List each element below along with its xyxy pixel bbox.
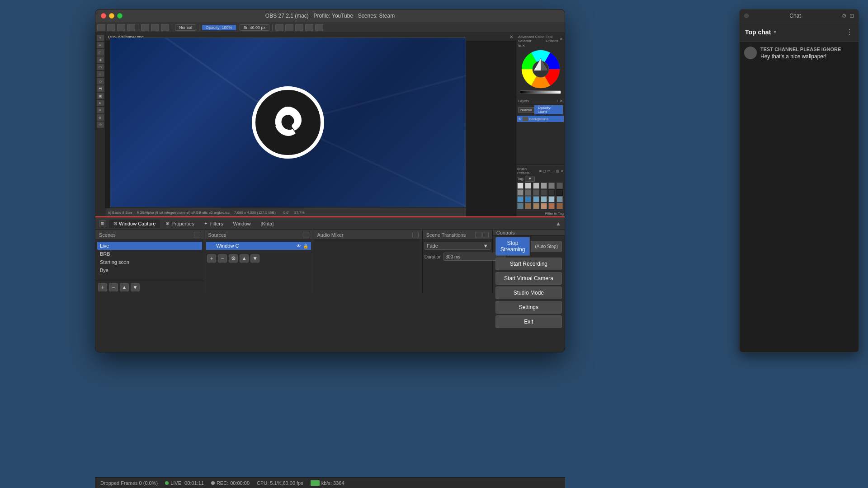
- brush-20[interactable]: [525, 203, 531, 209]
- brush-6[interactable]: [557, 183, 563, 189]
- exit-button[interactable]: Exit: [495, 315, 562, 328]
- brush-tag-selector[interactable]: ▼: [525, 176, 535, 182]
- bp-icon-3[interactable]: ▭: [547, 169, 551, 173]
- source-up-btn[interactable]: ▲: [240, 254, 249, 263]
- tab-filters[interactable]: ✦ Filters: [199, 220, 227, 228]
- rect-tool[interactable]: ▭: [97, 64, 104, 70]
- brush-18[interactable]: [557, 196, 563, 202]
- tb-btn-11[interactable]: [305, 24, 313, 31]
- bp-icon-5[interactable]: ▤: [556, 169, 560, 173]
- brush-14[interactable]: [525, 196, 531, 202]
- brush-16[interactable]: [541, 196, 547, 202]
- layers-close[interactable]: ✕: [560, 99, 563, 103]
- gradient-tool[interactable]: ▣: [97, 93, 104, 99]
- brush-15[interactable]: [533, 196, 539, 202]
- polygon-tool[interactable]: ◇: [97, 78, 104, 84]
- brush-23[interactable]: [548, 203, 555, 209]
- source-settings-btn[interactable]: ⚙: [229, 254, 238, 263]
- start-virtual-camera-button[interactable]: Start Virtual Camera: [495, 272, 562, 285]
- brush-21[interactable]: [533, 203, 539, 209]
- chat-close-btn[interactable]: [744, 14, 749, 18]
- settings-button[interactable]: Settings: [495, 301, 562, 314]
- source-lock-icon[interactable]: 🔒: [303, 244, 308, 249]
- brush-4[interactable]: [541, 183, 547, 189]
- tb-btn-9[interactable]: [285, 24, 293, 31]
- select-tool[interactable]: ◈: [97, 56, 104, 63]
- tab-window-capture[interactable]: ⊡ Window Capture: [109, 220, 160, 228]
- close-file-btn[interactable]: ✕: [509, 34, 513, 39]
- scene-remove-btn[interactable]: −: [109, 283, 118, 291]
- transition-type-selector[interactable]: Fade ▼: [425, 242, 491, 250]
- brush-3[interactable]: [533, 183, 539, 189]
- smudge-tool[interactable]: ≋: [97, 100, 104, 106]
- tb-btn-10[interactable]: [295, 24, 303, 31]
- tb-btn-8[interactable]: [275, 24, 283, 31]
- size-label[interactable]: Br: 40.00 px: [240, 24, 270, 31]
- brush-5[interactable]: [548, 183, 555, 189]
- brush-9[interactable]: [533, 189, 539, 196]
- start-recording-button[interactable]: Start Recording: [495, 258, 562, 270]
- panels-collapse[interactable]: ▲: [556, 221, 561, 227]
- chat-detach-icon[interactable]: ⊡: [849, 13, 854, 19]
- brush-22[interactable]: [541, 203, 547, 209]
- text-tool[interactable]: T: [97, 35, 104, 41]
- source-add-btn[interactable]: +: [207, 254, 216, 263]
- color-panel-icon-2[interactable]: ✕: [522, 44, 525, 48]
- eraser-tool[interactable]: ◻: [97, 49, 104, 56]
- tab-properties[interactable]: ⚙ Properties: [161, 220, 198, 228]
- layer-opacity[interactable]: Opacity: 100%: [534, 105, 563, 114]
- tb-btn-3[interactable]: [117, 24, 125, 31]
- source-remove-btn[interactable]: −: [218, 254, 227, 263]
- brush-17[interactable]: [548, 196, 555, 202]
- tb-btn-5[interactable]: [141, 24, 149, 31]
- brush-24[interactable]: [557, 203, 563, 209]
- scene-down-btn[interactable]: ▼: [131, 283, 140, 291]
- transitions-icon-1[interactable]: [475, 232, 481, 238]
- brush-8[interactable]: [525, 189, 531, 196]
- auto-stop-button[interactable]: (Auto Stop): [531, 241, 562, 252]
- brush-2[interactable]: [525, 183, 531, 189]
- chat-more-icon[interactable]: ⋮: [846, 28, 853, 36]
- tb-btn-4[interactable]: [127, 24, 135, 31]
- crop-tool[interactable]: ⌗: [97, 107, 104, 113]
- pan-tool[interactable]: ☩: [97, 122, 104, 128]
- panels-icon[interactable]: ⊞: [99, 220, 106, 227]
- zoom-tool[interactable]: ⊕: [97, 114, 104, 121]
- tb-btn-7[interactable]: [161, 24, 169, 31]
- chat-channel-selector[interactable]: Top chat ▼: [745, 28, 777, 36]
- tb-btn-6[interactable]: [151, 24, 159, 31]
- bp-icon-1[interactable]: ⊕: [539, 169, 542, 173]
- bp-icon-4[interactable]: ⋯: [552, 169, 555, 173]
- close-button[interactable]: [101, 13, 106, 19]
- layer-visibility-icon[interactable]: 👁: [518, 117, 522, 121]
- chat-settings-icon[interactable]: ⚙: [842, 13, 847, 19]
- scene-item-starting[interactable]: Starting soon: [97, 258, 202, 266]
- layers-add[interactable]: +: [557, 99, 559, 103]
- opacity-label[interactable]: Opacity: 100%: [202, 25, 236, 30]
- transitions-icon-2[interactable]: [482, 232, 489, 238]
- tb-btn-2[interactable]: [107, 24, 115, 31]
- stop-streaming-button[interactable]: Stop Streaming: [495, 237, 530, 256]
- source-item-window-capture[interactable]: Window C 👁 🔒: [206, 242, 311, 250]
- maximize-button[interactable]: [117, 13, 123, 19]
- brush-11[interactable]: [548, 189, 555, 196]
- brush-7[interactable]: [517, 189, 524, 196]
- blend-mode-selector[interactable]: Normal: [175, 24, 196, 31]
- scene-up-btn[interactable]: ▲: [120, 283, 129, 291]
- scene-item-live[interactable]: Live: [97, 242, 202, 250]
- sources-icon[interactable]: [303, 232, 309, 238]
- brush-1[interactable]: [517, 183, 524, 189]
- brush-12[interactable]: [557, 189, 563, 196]
- audio-mixer-icon[interactable]: [412, 232, 419, 238]
- blend-mode-dropdown[interactable]: Normal: [518, 107, 534, 113]
- brush-10[interactable]: [541, 189, 547, 196]
- brush-tool[interactable]: ✏: [97, 42, 104, 48]
- bp-icon-6[interactable]: ✕: [561, 169, 564, 173]
- scene-add-btn[interactable]: +: [98, 283, 107, 291]
- source-down-btn[interactable]: ▼: [250, 254, 259, 263]
- color-wheel-svg[interactable]: [520, 49, 561, 89]
- layer-item[interactable]: 👁 Background: [517, 116, 564, 122]
- scene-item-brb[interactable]: BRB: [97, 250, 202, 258]
- tab-krita[interactable]: [Krita]: [256, 220, 278, 228]
- source-visibility-icon[interactable]: 👁: [297, 244, 301, 249]
